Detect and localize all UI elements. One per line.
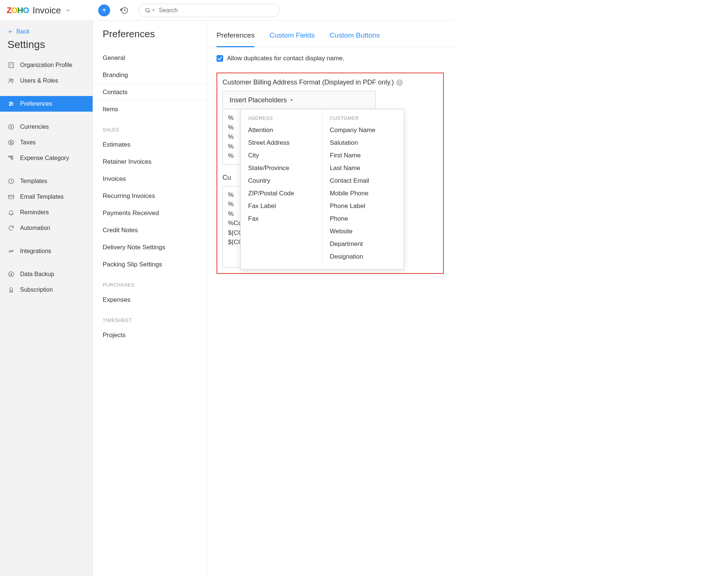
tab-custom-fields[interactable]: Custom Fields — [269, 31, 314, 47]
sidebar-item-integrations[interactable]: Integrations — [0, 243, 93, 259]
refresh-icon — [7, 225, 15, 231]
prefs-item-delivery-note-settings[interactable]: Delivery Note Settings — [93, 239, 206, 256]
currency-icon: $ — [7, 124, 15, 130]
svg-rect-28 — [12, 158, 13, 159]
sidebar-item-label: Integrations — [20, 248, 51, 255]
prefs-section-header: SALES — [93, 118, 206, 136]
help-icon[interactable]: ? — [396, 79, 403, 86]
back-link[interactable]: Back — [0, 28, 93, 39]
users-icon — [7, 77, 15, 84]
sidebar-item-email-templates[interactable]: Email Templates — [0, 189, 93, 205]
placeholder-website[interactable]: Website — [323, 225, 404, 238]
billing-format-title: Customer Billing Address Format (Display… — [222, 79, 438, 86]
placeholder-designation[interactable]: Designation — [323, 250, 404, 263]
settings-sidebar: Back Settings Organization ProfileUsers … — [0, 21, 93, 576]
placeholder-fax[interactable]: Fax — [241, 212, 322, 225]
placeholder-mobile-phone[interactable]: Mobile Phone — [323, 187, 404, 200]
sidebar-item-label: Users & Roles — [20, 77, 58, 84]
prefs-item-projects[interactable]: Projects — [93, 327, 206, 344]
prefs-item-invoices[interactable]: Invoices — [93, 170, 206, 188]
prefs-item-recurring-invoices[interactable]: Recurring Invoices — [93, 188, 206, 205]
svg-point-25 — [12, 143, 12, 144]
sidebar-item-subscription[interactable]: Subscription — [0, 282, 93, 298]
sliders-icon — [7, 100, 15, 107]
svg-point-38 — [10, 288, 13, 291]
prefs-section-header: TIMESHEET — [93, 308, 206, 327]
placeholder-fax-label[interactable]: Fax Label — [241, 200, 322, 212]
chevron-down-icon — [65, 8, 71, 13]
add-button[interactable]: + — [98, 4, 110, 16]
history-button[interactable] — [119, 5, 129, 16]
prefs-item-items[interactable]: Items — [93, 101, 206, 118]
prefs-item-credit-notes[interactable]: Credit Notes — [93, 222, 206, 239]
placeholder-salutation[interactable]: Salutation — [323, 137, 404, 149]
percent-icon — [7, 139, 15, 146]
sidebar-item-taxes[interactable]: Taxes — [0, 135, 93, 150]
search-input[interactable] — [159, 7, 273, 14]
checkbox-checked-icon[interactable] — [217, 55, 223, 62]
popup-column-address: ADDRESS AttentionStreet AddressCityState… — [241, 109, 323, 269]
sidebar-item-currencies[interactable]: $Currencies — [0, 119, 93, 135]
placeholder-contact-email[interactable]: Contact Email — [323, 175, 404, 187]
sidebar-item-label: Preferences — [20, 100, 52, 107]
placeholder-zip-postal-code[interactable]: ZIP/Postal Code — [241, 187, 322, 200]
placeholder-country[interactable]: Country — [241, 175, 322, 187]
placeholder-attention[interactable]: Attention — [241, 124, 322, 137]
tab-preferences[interactable]: Preferences — [217, 31, 254, 47]
building-icon — [7, 62, 15, 68]
badge-icon — [7, 287, 15, 293]
tab-custom-buttons[interactable]: Custom Buttons — [330, 31, 380, 47]
sidebar-item-label: Taxes — [20, 139, 36, 146]
search-input-wrap[interactable] — [138, 4, 280, 17]
placeholder-last-name[interactable]: Last Name — [323, 162, 404, 175]
sidebar-item-data-backup[interactable]: Data Backup — [0, 266, 93, 282]
insert-placeholders-dropdown[interactable]: Insert Placeholders — [222, 91, 376, 109]
preferences-nav-title: Preferences — [93, 28, 206, 49]
sidebar-item-organization-profile[interactable]: Organization Profile — [0, 57, 93, 73]
content-area: Preferences Custom Fields Custom Buttons… — [207, 21, 453, 576]
svg-marker-39 — [291, 99, 293, 101]
placeholder-phone-label[interactable]: Phone Label — [323, 200, 404, 212]
sidebar-item-automation[interactable]: Automation — [0, 220, 93, 236]
prefs-item-estimates[interactable]: Estimates — [93, 136, 206, 153]
product-name: Invoice — [33, 5, 61, 16]
placeholder-city[interactable]: City — [241, 149, 322, 162]
prefs-item-contacts[interactable]: Contacts — [93, 84, 206, 101]
sidebar-item-users-roles[interactable]: Users & Roles — [0, 73, 93, 89]
sidebar-item-label: Organization Profile — [20, 62, 73, 68]
prefs-item-expenses[interactable]: Expenses — [93, 291, 206, 308]
placeholder-department[interactable]: Department — [323, 238, 404, 250]
mail-icon — [7, 193, 15, 200]
svg-rect-5 — [9, 63, 13, 68]
prefs-item-retainer-invoices[interactable]: Retainer Invoices — [93, 153, 206, 170]
allow-duplicates-row[interactable]: Allow duplicates for contact display nam… — [217, 55, 444, 62]
placeholder-first-name[interactable]: First Name — [323, 149, 404, 162]
back-label: Back — [16, 28, 30, 35]
prefs-section-header: PURCHASES — [93, 273, 206, 291]
prefs-item-packing-slip-settings[interactable]: Packing Slip Settings — [93, 256, 206, 273]
brand-switcher[interactable]: ZOHO Invoice — [7, 5, 92, 16]
bell-icon — [7, 209, 15, 216]
clock-icon — [7, 178, 15, 185]
prefs-item-branding[interactable]: Branding — [93, 67, 206, 84]
sidebar-item-preferences[interactable]: Preferences — [0, 96, 93, 112]
sidebar-item-templates[interactable]: Templates — [0, 173, 93, 189]
download-icon — [7, 271, 15, 278]
prefs-item-payments-received[interactable]: Payments Received — [93, 205, 206, 222]
placeholder-company-name[interactable]: Company Name — [323, 124, 404, 137]
svg-line-2 — [149, 12, 150, 13]
placeholder-phone[interactable]: Phone — [323, 212, 404, 225]
popup-header-address: ADDRESS — [241, 115, 322, 124]
preferences-nav: Preferences GeneralBrandingContactsItems… — [93, 21, 207, 576]
tabs: Preferences Custom Fields Custom Buttons — [207, 21, 453, 47]
prefs-item-general[interactable]: General — [93, 49, 206, 67]
integrations-icon — [7, 248, 15, 255]
sidebar-item-reminders[interactable]: Reminders — [0, 205, 93, 220]
placeholder-state-province[interactable]: State/Province — [241, 162, 322, 175]
sidebar-item-expense-category[interactable]: Expense Category — [0, 150, 93, 166]
tree-icon — [7, 155, 15, 161]
highlighted-section: Customer Billing Address Format (Display… — [217, 73, 444, 274]
popup-column-customer: CUSTOMER Company NameSalutationFirst Nam… — [323, 109, 404, 269]
placeholder-street-address[interactable]: Street Address — [241, 137, 322, 149]
sidebar-item-label: Automation — [20, 225, 50, 231]
